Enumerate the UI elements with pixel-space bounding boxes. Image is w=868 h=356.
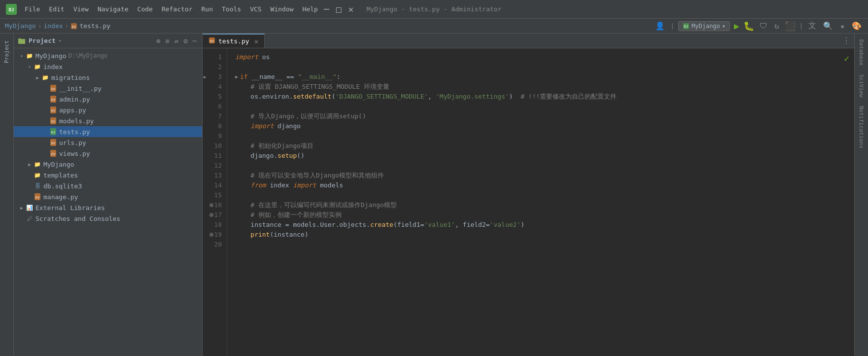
menu-run[interactable]: Run — [198, 3, 217, 15]
tree-arrow-mydjango: ▾ — [18, 52, 26, 60]
file-tests-icon: py — [49, 128, 57, 136]
coverage-button[interactable]: 🛡 — [758, 21, 769, 31]
tree-item-mydjango[interactable]: ▾ 📁 MyDjango D:\MyDjango — [14, 50, 202, 61]
line-num-16: 16 — [203, 200, 227, 210]
svg-text:py: py — [72, 25, 76, 29]
tree-item-external[interactable]: ▶ 📊 External Libraries — [14, 202, 202, 213]
line-num-4: 4 — [203, 82, 227, 92]
stop-button[interactable]: ⬛ — [785, 21, 796, 31]
close-button[interactable]: ✕ — [347, 4, 356, 14]
tree-item-migrations[interactable]: ▶ 📁 migrations — [14, 72, 202, 83]
menu-navigate[interactable]: Navigate — [94, 3, 133, 15]
line-num-3: ▶ 3 — [203, 72, 227, 82]
minimize-button[interactable]: ─ — [322, 4, 331, 14]
file-icon: py — [70, 23, 77, 30]
breadcrumb-root[interactable]: MyDjango — [5, 22, 36, 30]
line-num-13: 13 — [203, 171, 227, 180]
menu-file[interactable]: File — [21, 3, 44, 15]
tree-item-init[interactable]: py __init__.py — [14, 83, 202, 94]
menu-window[interactable]: Window — [267, 3, 298, 15]
bookmark-button[interactable]: ★ — [838, 21, 846, 31]
code-line-10: # 初始化Django项目 — [235, 141, 854, 151]
menu-help[interactable]: Help — [299, 3, 322, 15]
right-tab-sciview[interactable]: SciView — [856, 71, 867, 101]
color-button[interactable]: 🎨 — [850, 21, 863, 31]
run-config-label: MyDjango — [692, 23, 720, 30]
menu-vcs[interactable]: VCS — [246, 3, 265, 15]
tree-item-templates[interactable]: 📁 templates — [14, 170, 202, 180]
tree-item-tests[interactable]: py tests.py — [14, 126, 202, 137]
project-panel-chevron[interactable]: ▾ — [59, 38, 62, 43]
tree-item-scratches[interactable]: 🖊 Scratches and Consoles — [14, 213, 202, 224]
project-panel-title: Project — [29, 37, 56, 44]
toolbar-right: 👤 | DJ MyDjango ▾ ▶ 🐛 🛡 ↻ ⬛ | 文 🔍 ★ 🎨 — [654, 21, 863, 31]
editor-area: py tests.py ✕ ⋮ 1 2 ▶ 3 4 5 6 7 8 — [203, 34, 854, 356]
tab-close-button[interactable]: ✕ — [254, 37, 258, 45]
close-panel-button[interactable]: ─ — [191, 36, 198, 46]
kw-import-1: import — [235, 52, 258, 63]
code-line-13: # 现在可以安全地导入Django模型和其他组件 — [235, 171, 854, 180]
reload-button[interactable]: ↻ — [773, 21, 781, 31]
add-file-button[interactable]: ⊕ — [155, 36, 162, 46]
svg-text:py: py — [51, 87, 55, 91]
right-tab-database[interactable]: Database — [856, 36, 867, 70]
code-editor[interactable]: 1 2 ▶ 3 4 5 6 7 8 9 10 11 12 13 14 15 — [203, 48, 854, 356]
breadcrumb-index[interactable]: index — [43, 22, 63, 30]
translate-button[interactable]: 文 — [807, 21, 818, 31]
tree-item-apps[interactable]: py apps.py — [14, 105, 202, 115]
tab-more-button[interactable]: ⋮ — [838, 34, 854, 48]
search-button[interactable]: 🔍 — [822, 21, 834, 31]
tree-label-migrations: migrations — [51, 74, 90, 81]
tree-item-index[interactable]: ▾ 📁 index — [14, 61, 202, 72]
tree-item-mydjango-sub[interactable]: ▶ 📁 MyDjango — [14, 159, 202, 170]
project-tree: ▾ 📁 MyDjango D:\MyDjango ▾ 📁 index ▶ 📁 m… — [14, 48, 202, 356]
file-admin-icon: py — [49, 95, 57, 103]
tree-label-admin: admin.py — [59, 96, 90, 103]
tree-arrow-mydjango-sub: ▶ — [26, 160, 34, 168]
breadcrumb-sep-2: › — [65, 22, 69, 30]
tree-item-manage[interactable]: py manage.py — [14, 191, 202, 202]
debug-button[interactable]: 🐛 — [743, 21, 754, 31]
menu-view[interactable]: View — [69, 3, 93, 15]
code-line-5: os.environ.setdefault('DJANGO_SETTINGS_M… — [235, 92, 854, 102]
file-apps-icon: py — [49, 106, 57, 114]
run-button[interactable]: ▶ — [734, 21, 739, 31]
collapse-all-button[interactable]: ≡ — [164, 36, 171, 46]
code-line-20 — [235, 240, 854, 249]
code-line-11: django.setup() — [235, 151, 854, 161]
breadcrumb-sep-1: › — [38, 22, 42, 30]
tree-item-admin[interactable]: py admin.py — [14, 94, 202, 105]
code-line-7: # 导入Django，以便可以调用setup() — [235, 111, 854, 121]
auto-scroll-button[interactable]: ⇌ — [173, 36, 180, 46]
svg-text:py: py — [51, 130, 55, 134]
fold-icon-3[interactable]: ▶ — [235, 73, 238, 81]
code-content[interactable]: import os ▶ if __name__ == "__main__" : … — [227, 48, 854, 356]
run-config-dropdown[interactable]: DJ MyDjango ▾ — [678, 21, 730, 31]
menu-tools[interactable]: Tools — [218, 3, 245, 15]
debug-dot-17 — [209, 213, 213, 217]
project-panel-actions: ⊕ ≡ ⇌ ⚙ ─ — [155, 36, 198, 46]
menu-edit[interactable]: Edit — [45, 3, 68, 15]
tree-item-views[interactable]: py views.py — [14, 148, 202, 159]
tab-tests-py[interactable]: py tests.py ✕ — [203, 34, 265, 48]
tree-label-manage: manage.py — [43, 193, 78, 201]
breadcrumb-file: py tests.py — [70, 22, 110, 30]
folder-mydjango-icon: 📁 — [26, 52, 34, 60]
user-icon[interactable]: 👤 — [654, 21, 666, 31]
breadcrumb-bar: MyDjango › index › py tests.py 👤 | DJ My… — [0, 19, 868, 34]
tree-item-urls[interactable]: py urls.py — [14, 137, 202, 148]
project-tab[interactable]: Project — [1, 37, 12, 66]
fold-arrow-3[interactable]: ▶ — [204, 73, 206, 80]
menu-refactor[interactable]: Refactor — [158, 3, 197, 15]
maximize-button[interactable]: □ — [334, 4, 344, 14]
line-num-1: 1 — [203, 52, 227, 62]
settings-button[interactable]: ⚙ — [182, 36, 189, 46]
file-urls-icon: py — [49, 139, 57, 146]
tree-label-apps: apps.py — [59, 107, 86, 114]
right-tab-notifications[interactable]: Notifications — [856, 102, 867, 152]
debug-dot-19 — [209, 233, 213, 237]
tree-item-models[interactable]: py models.py — [14, 115, 202, 126]
code-line-3: ▶ if __name__ == "__main__" : — [235, 72, 854, 82]
tree-item-db[interactable]: 🗄 db.sqlite3 — [14, 180, 202, 191]
menu-code[interactable]: Code — [134, 3, 157, 15]
